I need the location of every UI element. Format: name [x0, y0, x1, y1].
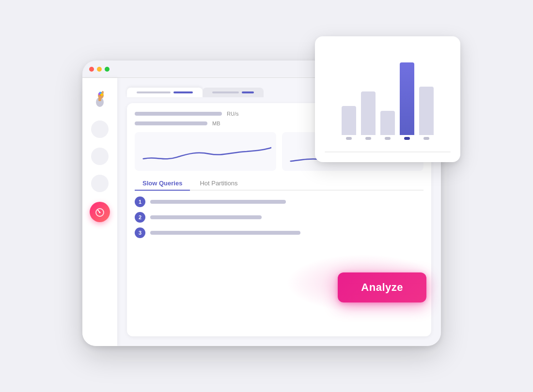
sidebar — [82, 78, 117, 346]
tab-1-line — [137, 91, 171, 93]
chart-bar-2 — [361, 91, 376, 140]
bar-rect-2 — [361, 91, 376, 135]
list-item-3: 3 — [135, 227, 423, 238]
list-number-3: 3 — [135, 227, 145, 238]
tab-1-indicator — [173, 91, 193, 93]
svg-point-7 — [102, 91, 104, 94]
query-list: 1 2 3 — [135, 196, 423, 238]
list-number-2: 2 — [135, 212, 145, 223]
expand-dot — [105, 67, 110, 72]
bar-dot-3 — [385, 137, 391, 140]
analyze-button[interactable]: Analyze — [338, 272, 426, 302]
bar-dot-5 — [423, 137, 429, 140]
chart-axis-line — [325, 151, 451, 152]
list-item-1: 1 — [135, 196, 423, 207]
svg-rect-2 — [98, 97, 101, 101]
floating-chart-card — [315, 36, 460, 162]
chart-bar-4-highlighted — [400, 62, 414, 140]
bar-dot-1 — [346, 137, 352, 140]
sidebar-nav-2[interactable] — [91, 148, 109, 165]
bar-dot-2 — [365, 137, 371, 140]
bar-dot-4 — [404, 137, 410, 140]
tab-1[interactable] — [127, 88, 203, 97]
sidebar-nav-active[interactable] — [90, 202, 110, 222]
bar-chart — [325, 62, 451, 150]
tab-2-line — [212, 91, 239, 93]
chart-bar-1 — [342, 106, 356, 140]
close-dot — [89, 67, 94, 72]
mb-label: MB — [212, 121, 227, 126]
chart-bar-5 — [419, 87, 434, 140]
speedometer-icon — [94, 207, 105, 217]
list-number-1: 1 — [135, 196, 145, 207]
svg-point-6 — [98, 93, 100, 95]
minimize-dot — [97, 67, 102, 72]
tab-hot-partitions[interactable]: Hot Partitions — [192, 177, 245, 191]
chart-bar-3 — [380, 111, 395, 140]
rus-label: RU/s — [227, 111, 241, 117]
bar-rect-1 — [342, 106, 356, 135]
list-bar-1 — [150, 200, 286, 204]
bar-rect-3 — [380, 111, 395, 135]
tab-2[interactable] — [203, 88, 264, 97]
tab-2-indicator — [242, 91, 254, 93]
sparkline-1 — [135, 132, 276, 171]
list-item-2: 2 — [135, 212, 423, 223]
svg-point-9 — [99, 212, 101, 213]
main-scene: RU/s MB — [68, 31, 465, 361]
sidebar-nav-3[interactable] — [91, 175, 109, 192]
list-bar-3 — [150, 231, 300, 235]
bar-rect-4 — [400, 62, 414, 135]
bar-rect-5 — [419, 87, 434, 135]
list-bar-2 — [150, 215, 262, 219]
section-tabs: Slow Queries Hot Partitions — [135, 177, 423, 191]
mb-bar — [135, 121, 207, 125]
tab-slow-queries[interactable]: Slow Queries — [135, 177, 190, 191]
rus-bar — [135, 112, 222, 116]
sidebar-nav-1[interactable] — [91, 121, 109, 138]
sidebar-logo — [91, 88, 109, 111]
